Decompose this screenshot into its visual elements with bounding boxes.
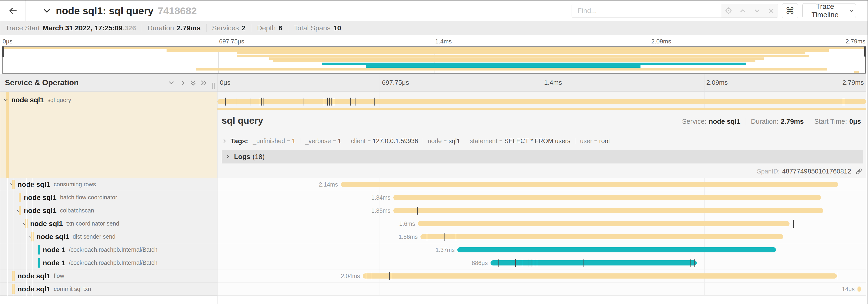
log-marker[interactable] [529, 259, 529, 267]
log-marker[interactable] [845, 98, 845, 105]
log-marker[interactable] [515, 259, 516, 267]
span-bar-row[interactable]: 14μs [217, 282, 866, 296]
span-bar-row[interactable]: 1.37ms [217, 243, 866, 257]
logs-label: Logs [234, 153, 250, 161]
log-marker[interactable] [250, 98, 250, 105]
log-marker[interactable] [327, 98, 328, 105]
clear-search-button[interactable] [767, 7, 775, 14]
log-marker[interactable] [324, 98, 324, 105]
log-marker[interactable] [372, 272, 372, 280]
column-divider[interactable] [217, 74, 217, 304]
span-bar-row[interactable] [217, 92, 866, 108]
span-bar[interactable] [491, 260, 697, 266]
log-marker[interactable] [843, 98, 843, 105]
log-marker[interactable] [694, 259, 695, 267]
service-name: node 1 [43, 246, 65, 254]
span-bar[interactable] [418, 221, 789, 226]
timeline-ruler-tick-label: 0μs [220, 74, 230, 92]
log-marker[interactable] [225, 98, 226, 105]
log-marker[interactable] [332, 98, 332, 105]
log-marker[interactable] [329, 98, 330, 105]
tags-accordion[interactable]: Tags: _unfinished=1_verbose=1client=127.… [222, 134, 863, 148]
span-bar[interactable] [421, 234, 783, 239]
log-marker[interactable] [838, 272, 838, 280]
log-marker[interactable] [303, 98, 303, 105]
span-bar-row[interactable]: 1.85ms [217, 204, 866, 217]
left-scrubber-handle[interactable] [2, 46, 4, 57]
tree-row[interactable]: node sql1sql query [0, 92, 217, 108]
log-marker[interactable] [260, 98, 260, 105]
timeline-ruler-tick-label: 2.79ms [842, 74, 864, 92]
minimap-row [3, 68, 866, 70]
indent-guide [32, 178, 33, 296]
span-bar[interactable] [858, 286, 861, 292]
span-bar-row[interactable]: 886μs [217, 257, 866, 269]
tag-value: root [599, 138, 610, 144]
span-bar[interactable] [217, 99, 866, 104]
log-marker[interactable] [350, 98, 351, 105]
scrollbar-gutter[interactable] [866, 74, 868, 304]
arrow-left-icon [8, 6, 18, 16]
log-marker[interactable] [333, 98, 333, 105]
minimap-row [3, 47, 866, 49]
collapse-all-icon[interactable] [189, 79, 197, 87]
log-marker[interactable] [236, 98, 237, 105]
total-spans-label: Total Spans [294, 24, 331, 32]
span-bar-row[interactable]: 1.84ms [217, 191, 866, 204]
indent-guide [26, 178, 27, 296]
expand-all-icon[interactable] [199, 79, 208, 87]
log-marker[interactable] [427, 233, 427, 241]
right-scrubber-handle[interactable] [864, 46, 866, 57]
log-marker[interactable] [366, 272, 366, 280]
copy-link-button[interactable] [855, 167, 863, 175]
log-marker[interactable] [531, 259, 531, 267]
span-bar-row[interactable]: 1.56ms [217, 230, 866, 243]
logs-accordion[interactable]: Logs (18) [222, 150, 863, 163]
span-bar-row[interactable]: 2.14ms [217, 178, 866, 191]
span-bar[interactable] [341, 182, 838, 187]
log-marker[interactable] [391, 272, 391, 280]
collapse-one-icon[interactable] [167, 79, 176, 87]
log-marker[interactable] [534, 259, 534, 267]
locate-match-button[interactable] [724, 7, 733, 15]
overview-ruler-tick-label: 2.09ms [651, 38, 671, 45]
log-marker[interactable] [444, 233, 444, 241]
minimap-row [3, 55, 866, 57]
view-select-button[interactable]: Trace Timeline [802, 3, 856, 18]
span-duration-label: 2.04ms [341, 273, 360, 279]
column-resizer-grip[interactable] [212, 83, 215, 89]
log-marker[interactable] [498, 259, 499, 267]
log-marker[interactable] [793, 220, 794, 228]
next-match-button[interactable] [753, 7, 761, 15]
span-bar[interactable] [363, 273, 837, 278]
title-collapse-chevron-icon[interactable] [42, 6, 52, 16]
log-marker[interactable] [374, 98, 375, 105]
log-marker[interactable] [522, 259, 522, 267]
span-bar[interactable] [393, 195, 821, 200]
span-bar-row[interactable]: 2.04ms [217, 269, 866, 282]
expand-one-icon[interactable] [179, 79, 187, 87]
chevron-down-icon [849, 8, 854, 14]
prev-match-button[interactable] [739, 7, 747, 15]
span-expand-toggle[interactable] [3, 97, 9, 103]
minimap-span-bar [3, 47, 866, 49]
log-marker[interactable] [456, 233, 456, 241]
log-marker[interactable] [417, 207, 417, 214]
log-marker[interactable] [583, 259, 584, 267]
timeline-overview[interactable] [2, 46, 866, 74]
log-marker[interactable] [261, 98, 261, 105]
log-marker[interactable] [334, 98, 334, 105]
log-marker[interactable] [690, 259, 691, 267]
minimap-row [3, 52, 866, 55]
span-bar[interactable] [457, 247, 776, 252]
log-marker[interactable] [263, 98, 264, 105]
find-input[interactable] [571, 4, 721, 18]
log-marker[interactable] [537, 259, 537, 267]
span-bar-row[interactable]: 1.6ms [217, 217, 866, 230]
keyboard-shortcuts-button[interactable]: ⌘ [782, 3, 798, 18]
tags-label: Tags: [230, 137, 248, 145]
log-marker[interactable] [355, 98, 356, 105]
log-marker[interactable] [389, 272, 390, 280]
span-bar[interactable] [393, 208, 824, 213]
back-button[interactable] [8, 6, 18, 16]
